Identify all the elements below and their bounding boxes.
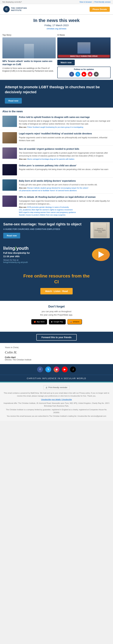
email-icon[interactable]: ✉ — [94, 72, 99, 77]
news-item-6-also-1: Also see: ECB promotes gender ideology i… — [19, 206, 110, 208]
news-item: Legal experts reject 'muddled thinking' … — [0, 130, 113, 146]
news-item-2-title: Legal experts reject 'muddled thinking' … — [19, 132, 110, 135]
dont-forget-heading: Don't forget — [3, 305, 110, 308]
printer-friendly-button[interactable]: 🖨 Print-friendly reminder — [44, 385, 70, 390]
news-item-6-also-3: NHS urged to stop erasing women from can… — [19, 211, 110, 213]
top-story-col: Top Story MPs 'brazen attack' seeks to i… — [2, 34, 56, 78]
signature-image: Colin H. — [5, 350, 108, 354]
watch-now-button[interactable]: Watch now — [57, 60, 75, 65]
tagline-text: CHRISTIAN INFLUENCE IN A SECULAR WORLD — [27, 377, 86, 380]
ci-logo-text: THE CHRISTIAN INSTITUTE — [11, 7, 27, 12]
footer-twitter-icon[interactable]: 𝕏 — [45, 366, 51, 372]
ci-logo-circle: C — [3, 6, 10, 12]
yours-in-christ: Yours in Christ, — [5, 346, 108, 348]
news-item-5-content: Baby born at 22 weeks defying doctors' e… — [19, 180, 110, 192]
news-item-1-desc: Everyone should be able to engage in 'la… — [19, 120, 110, 125]
forward-button[interactable]: Forward this to your friends — [36, 334, 77, 340]
amazon-button[interactable]: 📦 amazon — [67, 319, 82, 324]
apple-icon: 🍎 — [34, 321, 36, 323]
amazon-label: amazon — [73, 321, 79, 323]
same-sex-banner-image: Church & Employee Rights Guide — [90, 222, 110, 238]
living-subtitle: Full time discipleship for — [3, 252, 90, 254]
app-store-button[interactable]: 🍎 App Store — [31, 319, 47, 324]
top-story-title: MPs 'brazen attack' seeks to impose same… — [2, 60, 56, 66]
forward-section: Forward this to your friends — [0, 332, 113, 343]
facebook-icon[interactable]: f — [69, 72, 74, 77]
google-play-button[interactable]: ▶ Google Play — [49, 319, 66, 324]
page-title: In the news this week — [3, 18, 110, 23]
same-sex-read-button[interactable]: Read now — [3, 233, 20, 238]
youtube-icon[interactable]: ▶ — [82, 72, 86, 77]
footer-legal: 🖨 Print-friendly reminder This email con… — [0, 382, 113, 421]
news-item-1-image — [2, 116, 17, 127]
lgb-banner-heading: Attempt to promote LGBT theology in chur… — [5, 85, 108, 95]
news-item-2-desc: Popular arguments used to back assisted … — [19, 136, 110, 142]
signature-section: Yours in Christ, Colin H. Colin Hart Dir… — [0, 343, 113, 364]
footer-legal-4: The Christian Institute is a company lim… — [3, 408, 110, 414]
news-item-5-also-2: US pharmacies warned not to facilitate '… — [19, 190, 110, 192]
living-banner-play[interactable] — [92, 248, 110, 261]
news-item-6-desc: Campaigners have urged the Government to… — [19, 200, 110, 205]
footer-youtube-icon[interactable]: ▶ — [62, 366, 68, 372]
follow-text: Follow us for updates — [59, 68, 109, 70]
dont-forget-text: you can pray with us throughout the year… — [3, 310, 110, 317]
ci-news-label: CI News — [57, 34, 110, 36]
news-item-4-title: Online porn 'a common pathway into child… — [19, 164, 110, 167]
news-item-6-image — [2, 196, 17, 207]
news-item-1-content: Police told to uphold freedom to disagre… — [19, 116, 110, 128]
header: C THE CHRISTIAN INSTITUTE Please Donate — [0, 4, 113, 15]
app-buttons-row: 🍎 App Store ▶ Google Play 📦 amazon — [3, 319, 110, 324]
printer-friendly-label: Print-friendly reminder — [48, 386, 67, 389]
free-resources-section: Free online resources from the CI Watch … — [0, 267, 113, 301]
news-item-6-content: MPs to debate JK Rowling-backed petition… — [19, 196, 110, 216]
dont-forget-section: Don't forget you can pray with us throug… — [0, 301, 113, 332]
lgb-read-now-button[interactable]: Read now — [5, 98, 22, 104]
news-item-2-content: Legal experts reject 'muddled thinking' … — [19, 132, 110, 144]
news-item: Online porn 'a common pathway into child… — [0, 162, 113, 178]
url-label: christian.org.uk/news — [3, 28, 110, 30]
date-label: Friday, 17 March 2023 — [3, 24, 110, 26]
twitter-icon[interactable]: 𝕏 — [76, 72, 80, 77]
donate-button[interactable]: Please Donate — [90, 7, 110, 12]
living-banner-text: living/youth Full time discipleship for … — [3, 246, 90, 264]
footer-instagram-icon[interactable]: ◉ — [54, 366, 60, 372]
same-sex-banner-subtitle: A GUIDE FOR CHURCHES AND CHRISTIAN EMPLO… — [3, 228, 88, 230]
instagram-icon[interactable]: ◉ — [88, 72, 92, 77]
news-item-6-also-2: UCL academics liken fight for women's ri… — [19, 209, 110, 211]
logo-letter: C — [6, 8, 8, 11]
lgb-banner: Attempt to promote LGBT theology in chur… — [0, 80, 113, 108]
news-item-3-image — [2, 148, 17, 159]
top-story-desc: A motion to force same-sex weddings on t… — [2, 67, 56, 72]
free-resources-heading: Free online resources from the CI — [5, 273, 108, 285]
unsubscribe-link[interactable]: Unsubscribe your details | Unsubscribe — [41, 398, 72, 400]
news-item-5-also: Also see: Roman Catholic student group b… — [19, 187, 110, 189]
footer-facebook-icon[interactable]: f — [37, 366, 43, 372]
view-in-browser-link[interactable]: View in browser — [80, 1, 92, 3]
news-item-6-also-4: Sweden moves to protect children from se… — [19, 214, 110, 216]
footer-tagline: CHRISTIAN INFLUENCE IN A SECULAR WORLD — [0, 375, 113, 382]
living-banner: living/youth Full time discipleship for … — [0, 242, 113, 267]
not-displaying-text: Not displaying correctly? — [2, 1, 22, 3]
news-item-1-title: Police told to uphold freedom to disagre… — [19, 116, 110, 119]
top-story-label: Top Story — [2, 34, 56, 36]
footer-legal-2: Unsubscribe your details | Unsubscribe — [3, 398, 110, 401]
living-logo: living/youth — [3, 246, 90, 251]
living-stream-text: Stream for free at: — [3, 259, 90, 261]
living-url: livingchristianity.org.uk/youth — [3, 261, 90, 264]
same-sex-banner-text: Same-sex marriage: Your legal rights to … — [3, 222, 88, 238]
print-friendly-link[interactable]: Print-friendly version — [94, 1, 110, 3]
footer-tiktok-icon[interactable]: ♩ — [70, 366, 76, 372]
signature-name: Colin Hart — [5, 356, 108, 358]
news-item-5-title: Baby born at 22 weeks defying doctors' e… — [19, 180, 110, 182]
news-item-4-image — [2, 164, 17, 175]
news-item-5-desc: A baby girl who was given a less than te… — [19, 183, 110, 186]
top-bar: Not displaying correctly? View in browse… — [0, 0, 113, 4]
footer-social: f 𝕏 ◉ ▶ ♩ — [0, 364, 113, 375]
app-store-label: App Store — [37, 321, 45, 323]
same-sex-banner: Same-sex marriage: Your legal rights to … — [0, 218, 113, 242]
news-item-3-also: Also see: Mums outraged at bondage-drag … — [19, 158, 110, 160]
wlr-button[interactable]: Watch · Listen · Read — [40, 288, 73, 294]
news-item-1-also: Also see: Police Scotland caught fundrai… — [19, 126, 110, 128]
signature-title: Director, The Christian Institute — [5, 358, 108, 361]
news-item: MPs to debate JK Rowling-backed petition… — [0, 194, 113, 218]
